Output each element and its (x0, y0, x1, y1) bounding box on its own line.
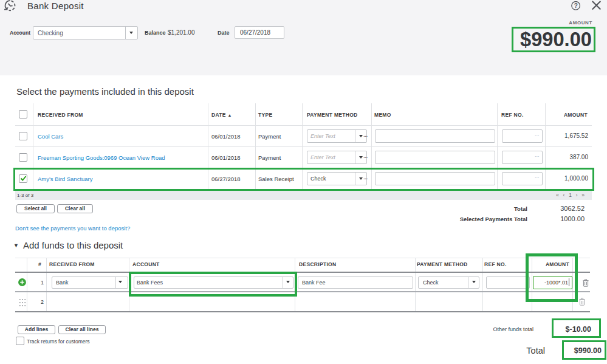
svg-text:?: ? (574, 2, 578, 9)
